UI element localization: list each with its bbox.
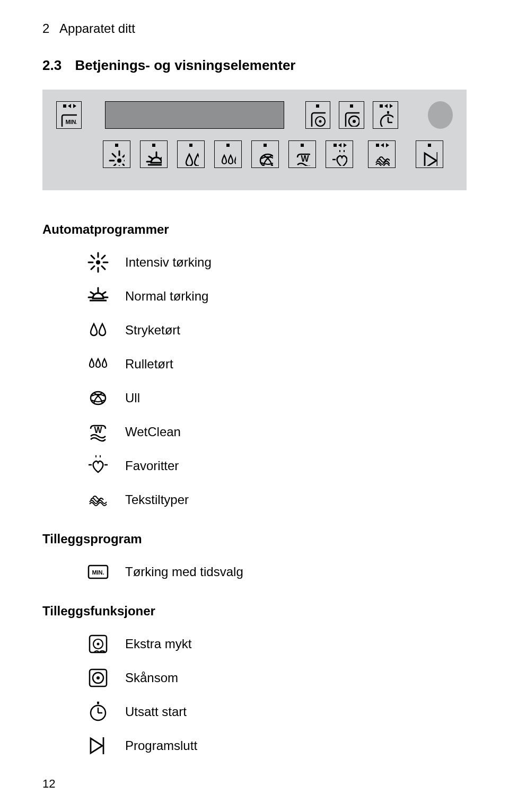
item-label: Utsatt start [125, 704, 187, 719]
drops3-icon [87, 354, 109, 375]
wetclean-icon [87, 421, 109, 443]
clock-icon [87, 701, 109, 722]
list-item: Ekstra mykt [85, 633, 467, 655]
page-root: 2 Apparatet ditt 2.3 Betjenings- og visn… [0, 0, 509, 812]
min-icon [61, 111, 77, 127]
panel-wetclean-button[interactable] [288, 140, 316, 168]
list-item: Rulletørt [85, 354, 467, 375]
panel-iron-button[interactable] [177, 140, 205, 168]
target-icon [344, 111, 359, 127]
textile-icon [87, 489, 109, 510]
heart-icon [331, 150, 347, 166]
item-label: Rulletørt [125, 357, 173, 372]
panel-row-bottom [56, 140, 453, 168]
wool-icon [87, 387, 109, 409]
item-label: Ull [125, 391, 140, 405]
item-label: Skånsom [125, 670, 178, 685]
section-text: Betjenings- og visningselementer [75, 57, 295, 73]
item-label: WetClean [125, 425, 181, 439]
min-icon [87, 561, 109, 582]
item-label: Tekstiltyper [125, 492, 189, 507]
control-panel [42, 90, 467, 190]
drops2-icon [87, 320, 109, 341]
heart-icon [87, 455, 109, 476]
chapter-title: Apparatet ditt [59, 21, 135, 36]
panel-row-top [56, 101, 453, 129]
automat-list: Intensiv tørking Normal tørking Stryketø… [42, 252, 467, 510]
tilleggsfunksjoner-list: Ekstra mykt Skånsom Utsatt start Program… [42, 633, 467, 756]
item-label: Favoritter [125, 458, 179, 473]
soft-icon [87, 633, 109, 655]
list-item: Normal tørking [85, 286, 467, 307]
textile-icon [374, 150, 390, 166]
item-label: Programslutt [125, 738, 197, 753]
tilleggsfunksjoner-heading: Tilleggsfunksjoner [42, 604, 467, 619]
panel-soft-button[interactable] [305, 101, 331, 129]
page-number: 12 [42, 777, 55, 791]
automat-heading: Automatprogrammer [42, 222, 467, 237]
panel-intensive-button[interactable] [103, 140, 130, 168]
drops3-icon [220, 150, 236, 166]
panel-gentle-button[interactable] [339, 101, 364, 129]
item-label: Ekstra mykt [125, 637, 191, 651]
section-number: 2.3 [42, 57, 62, 73]
sun-half-icon [87, 286, 109, 307]
wool-icon [257, 150, 273, 166]
list-item: Skånsom [85, 667, 467, 689]
list-item: Ull [85, 387, 467, 409]
list-item: Tekstiltyper [85, 489, 467, 510]
chapter-number: 2 [42, 21, 49, 36]
drops2-icon [183, 150, 199, 166]
item-label: Stryketørt [125, 323, 180, 338]
panel-wool-button[interactable] [251, 140, 279, 168]
item-label: Tørking med tidsvalg [125, 564, 243, 579]
tilleggsprogram-list: Tørking med tidsvalg [42, 561, 467, 582]
list-item: WetClean [85, 421, 467, 443]
panel-display [105, 101, 284, 129]
skip-icon [87, 735, 109, 756]
list-item: Programslutt [85, 735, 467, 756]
tilleggsprogram-heading: Tilleggsprogram [42, 532, 467, 546]
panel-textile-button[interactable] [368, 140, 396, 168]
soft-icon [310, 111, 326, 127]
page-header: 2 Apparatet ditt [42, 21, 467, 36]
sun-full-icon [109, 150, 125, 166]
skip-icon [422, 150, 437, 166]
list-item: Utsatt start [85, 701, 467, 722]
sun-half-icon [146, 150, 162, 166]
panel-rolled-button[interactable] [214, 140, 242, 168]
clock-icon [378, 111, 393, 127]
target-icon [87, 667, 109, 689]
list-item: Intensiv tørking [85, 252, 467, 273]
item-label: Normal tørking [125, 289, 208, 304]
sun-full-icon [87, 252, 109, 273]
panel-min-button[interactable] [56, 101, 82, 129]
panel-normal-button[interactable] [140, 140, 168, 168]
list-item: Tørking med tidsvalg [85, 561, 467, 582]
section-title: 2.3 Betjenings- og visningselementer [42, 57, 467, 74]
panel-skip-button[interactable] [416, 140, 443, 168]
panel-timer-button[interactable] [373, 101, 398, 129]
list-item: Stryketørt [85, 320, 467, 341]
panel-fav-button[interactable] [326, 140, 353, 168]
list-item: Favoritter [85, 455, 467, 476]
panel-dial[interactable] [428, 101, 453, 129]
wetclean-icon [294, 150, 310, 166]
item-label: Intensiv tørking [125, 255, 212, 270]
